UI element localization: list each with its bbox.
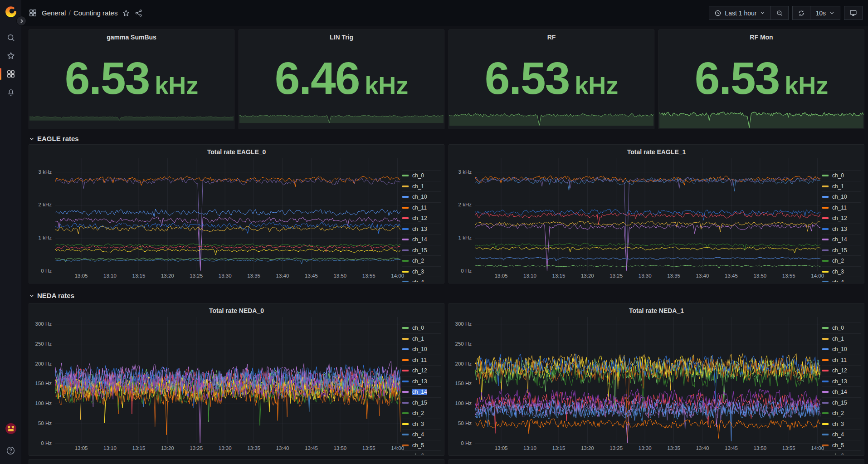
- legend-item[interactable]: ch_15: [822, 245, 861, 256]
- legend-item[interactable]: ch_10: [822, 344, 861, 355]
- legend-item[interactable]: ch_3: [402, 266, 441, 277]
- legend-swatch: [822, 348, 829, 350]
- panel-title[interactable]: LIN Trig: [239, 30, 444, 43]
- legend-item[interactable]: ch_1: [402, 181, 441, 192]
- legend-item[interactable]: ch_11: [402, 355, 441, 366]
- x-axis-label: 13:20: [161, 273, 174, 278]
- zoom-out-button[interactable]: [770, 6, 789, 20]
- legend-item[interactable]: ch_13: [822, 376, 861, 387]
- stat-unit: kHz: [155, 71, 198, 99]
- dashboards-icon[interactable]: [0, 65, 21, 83]
- chart-plot-area[interactable]: 13:0513:1013:1513:2013:2513:3013:3513:40…: [55, 317, 400, 454]
- legend-item[interactable]: ch_0: [822, 322, 861, 333]
- x-axis-label: 13:35: [667, 273, 680, 278]
- legend-item[interactable]: ch_10: [822, 191, 861, 202]
- legend-item[interactable]: ch_13: [402, 376, 441, 387]
- legend-item[interactable]: ch_11: [822, 355, 861, 366]
- legend-swatch: [822, 327, 829, 329]
- refresh-button[interactable]: [792, 6, 810, 20]
- legend-swatch: [822, 196, 829, 198]
- x-axis-label: 13:25: [610, 273, 623, 278]
- panel-title[interactable]: Total rate NEDA_1: [449, 303, 864, 316]
- legend-label: ch_12: [832, 367, 847, 374]
- starred-icon[interactable]: [0, 47, 21, 65]
- legend-item[interactable]: ch_6: [402, 450, 441, 454]
- user-avatar[interactable]: [0, 420, 21, 438]
- legend-item[interactable]: ch_1: [822, 333, 861, 344]
- legend-swatch: [402, 260, 409, 262]
- sidebar-expand-button[interactable]: [16, 16, 26, 26]
- legend-item[interactable]: ch_2: [402, 255, 441, 266]
- legend-item[interactable]: ch_2: [822, 408, 861, 419]
- legend-item[interactable]: ch_14: [822, 386, 861, 397]
- legend-item[interactable]: ch_5: [822, 440, 861, 451]
- neda-rates-row: Total rate NEDA_00 Hz50 Hz100 Hz150 Hz20…: [29, 303, 864, 456]
- legend-item[interactable]: ch_4: [402, 277, 441, 282]
- help-icon[interactable]: [0, 441, 21, 459]
- legend-item[interactable]: ch_11: [822, 202, 861, 213]
- breadcrumb[interactable]: General / Counting rates: [42, 9, 117, 17]
- legend-item[interactable]: ch_3: [822, 266, 861, 277]
- chart-plot-area[interactable]: 13:0513:1013:1513:2013:2513:3013:3513:40…: [55, 158, 400, 282]
- legend-item[interactable]: ch_1: [822, 181, 861, 192]
- y-axis-label: 2 kHz: [39, 202, 52, 207]
- legend-label: ch_12: [832, 215, 847, 221]
- legend-item[interactable]: ch_15: [822, 397, 861, 408]
- star-dashboard-icon[interactable]: [122, 9, 130, 17]
- legend-item[interactable]: ch_12: [402, 365, 441, 376]
- legend-item[interactable]: ch_3: [822, 419, 861, 430]
- panel-title[interactable]: Total rate EAGLE_1: [449, 145, 864, 157]
- legend-item[interactable]: ch_14: [402, 234, 441, 245]
- legend-swatch: [822, 412, 829, 414]
- chart-plot-area[interactable]: 13:0513:1013:1513:2013:2513:3013:3513:40…: [475, 158, 820, 282]
- legend-item[interactable]: ch_12: [822, 365, 861, 376]
- search-icon[interactable]: [0, 29, 21, 47]
- row-header-eagle-rates[interactable]: EAGLE rates: [29, 133, 864, 144]
- x-axis-label: 13:45: [305, 273, 318, 278]
- kiosk-mode-button[interactable]: [844, 6, 863, 20]
- panel-title[interactable]: Total rate EAGLE_0: [29, 145, 444, 157]
- legend-item[interactable]: ch_1: [402, 333, 441, 344]
- legend-item[interactable]: ch_10: [402, 344, 441, 355]
- y-axis-label: 0 Hz: [41, 268, 52, 274]
- panel-title[interactable]: gamma SumBus: [29, 30, 234, 43]
- grafana-logo-icon[interactable]: [4, 5, 18, 19]
- legend-item[interactable]: ch_13: [402, 224, 441, 234]
- x-axis-label: 13:15: [132, 445, 146, 451]
- legend-item[interactable]: ch_4: [822, 277, 861, 282]
- refresh-interval-dropdown[interactable]: 10s: [810, 6, 840, 20]
- alerting-bell-icon[interactable]: [0, 83, 21, 101]
- chart-plot-area[interactable]: 13:0513:1013:1513:2013:2513:3013:3513:40…: [475, 317, 820, 454]
- legend-item[interactable]: ch_3: [402, 419, 441, 430]
- time-range-picker[interactable]: Last 1 hour: [709, 6, 771, 20]
- chart-canvas: [475, 317, 820, 444]
- legend-item[interactable]: ch_15: [402, 245, 441, 256]
- panel-title[interactable]: RF: [449, 30, 654, 43]
- legend-item[interactable]: ch_14: [822, 234, 861, 245]
- legend-item[interactable]: ch_14: [402, 386, 441, 397]
- row-header-neda-rates[interactable]: NEDA rates: [29, 290, 864, 301]
- panel-title[interactable]: RF Mon: [659, 30, 864, 43]
- legend-item[interactable]: ch_13: [822, 224, 861, 234]
- legend-item[interactable]: ch_12: [402, 213, 441, 224]
- legend-item[interactable]: ch_2: [822, 255, 861, 266]
- legend-item[interactable]: ch_0: [822, 170, 861, 181]
- legend-item[interactable]: ch_4: [402, 429, 441, 440]
- legend-item[interactable]: ch_6: [822, 450, 861, 454]
- legend-item[interactable]: ch_4: [822, 429, 861, 440]
- panel-title[interactable]: Total rate NEDA_0: [29, 303, 444, 316]
- legend-item[interactable]: ch_2: [402, 408, 441, 419]
- legend-item[interactable]: ch_11: [402, 202, 441, 213]
- share-icon[interactable]: [135, 9, 143, 17]
- x-axis-label: 13:25: [190, 273, 203, 278]
- legend-item[interactable]: ch_10: [402, 191, 441, 202]
- legend-item[interactable]: ch_15: [402, 397, 441, 408]
- legend-item[interactable]: ch_0: [402, 322, 441, 333]
- legend-label: ch_2: [832, 258, 844, 264]
- legend-item[interactable]: ch_12: [822, 213, 861, 224]
- breadcrumb-folder[interactable]: General: [42, 9, 66, 17]
- legend-item[interactable]: ch_0: [402, 170, 441, 181]
- stat-sparkline: [659, 107, 863, 128]
- y-axis: 0 Hz50 Hz100 Hz150 Hz200 Hz250 Hz300 Hz: [451, 317, 475, 444]
- legend-item[interactable]: ch_5: [402, 440, 441, 451]
